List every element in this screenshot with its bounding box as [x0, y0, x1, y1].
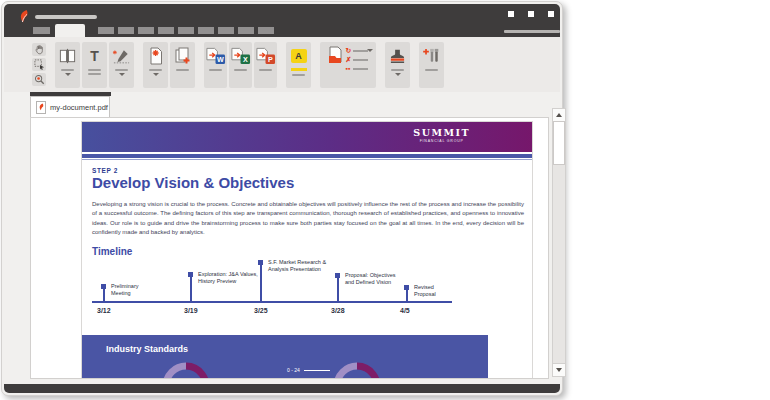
review-caret-icon — [367, 49, 373, 52]
content-area: my-document.pdf SUMMIT FINANCIAL GROUP S… — [4, 92, 560, 384]
svg-text:W: W — [217, 55, 224, 63]
svg-text:P: P — [268, 55, 273, 63]
illustration-canvas: T — [0, 0, 770, 400]
menu-item-placeholder[interactable] — [258, 27, 274, 34]
timeline-milestone-date: 3/19 — [184, 307, 198, 314]
sign-pen-icon — [112, 46, 131, 66]
up-arrow-icon — [556, 113, 562, 117]
document-tab[interactable]: my-document.pdf — [30, 96, 110, 117]
window-control-1[interactable] — [508, 11, 514, 17]
vertical-scrollbar[interactable] — [552, 108, 566, 377]
document-viewer: SUMMIT FINANCIAL GROUP STEP 2 Develop Vi… — [30, 117, 549, 379]
donut-chart-right — [333, 362, 381, 379]
edit-text-button[interactable]: T — [82, 42, 107, 88]
timeline-milestone-stem — [337, 273, 339, 301]
scrollbar-thumb[interactable] — [553, 121, 565, 165]
toolbar: T — [4, 37, 560, 92]
donut-chart-left — [162, 362, 210, 379]
pdf-file-icon — [36, 101, 46, 114]
view-edit-group: T — [55, 42, 134, 88]
timeline-milestone-date: 3/12 — [97, 307, 111, 314]
stamp-button[interactable] — [385, 42, 410, 88]
window-bottom-bar — [4, 384, 560, 393]
window-control-3[interactable] — [548, 11, 554, 17]
window-title-placeholder — [35, 15, 97, 19]
timeline-chart: PreliminaryMeeting 3/12 Exploration: J&A… — [92, 258, 464, 318]
export-excel-icon: X — [230, 46, 251, 66]
document-paragraph: Developing a strong vision is crucial to… — [92, 200, 524, 237]
menu-item-placeholder[interactable] — [238, 27, 254, 34]
combine-files-button[interactable] — [170, 42, 195, 88]
titlebar — [4, 4, 560, 37]
menu-item-placeholder[interactable] — [158, 27, 174, 34]
timeline-milestone-stem — [406, 285, 408, 301]
legend-line — [304, 370, 330, 371]
pdf-editor-window: T — [1, 1, 563, 396]
page-starburst-icon — [147, 46, 165, 66]
text-tool-icon: T — [90, 47, 99, 65]
facing-pages-icon — [58, 46, 77, 66]
menu-item-placeholder[interactable] — [138, 27, 154, 34]
tools-button[interactable] — [419, 42, 444, 88]
hand-icon — [34, 44, 45, 55]
menu-item-placeholder[interactable] — [198, 27, 214, 34]
timeline-milestone-label: Proposal: Objectivesand Defined Vision — [345, 272, 395, 286]
menu-item-placeholder[interactable] — [218, 27, 234, 34]
window-controls — [508, 11, 554, 17]
tools-group — [419, 42, 444, 88]
export-powerpoint-icon: P — [255, 46, 276, 66]
hand-tool-button[interactable] — [32, 43, 46, 56]
svg-text:X: X — [243, 55, 248, 63]
tool-column — [32, 43, 46, 86]
page-folder-icon — [328, 46, 344, 64]
timeline-milestone-date: 4/5 — [400, 307, 410, 314]
app-logo-flame-icon — [18, 9, 30, 28]
export-group: W X — [204, 42, 277, 88]
zoom-tool-button[interactable] — [32, 73, 46, 86]
export-excel-button[interactable]: X — [229, 42, 252, 88]
highlight-button[interactable]: A — [286, 42, 311, 88]
stamp-group — [385, 42, 410, 88]
active-menu-tab[interactable] — [55, 24, 85, 37]
timeline-axis — [92, 301, 452, 303]
header-stripe-thin — [82, 159, 532, 160]
legend-label: 0 - 24 — [287, 367, 300, 373]
marquee-select-icon — [34, 59, 45, 70]
down-arrow-icon — [556, 368, 562, 372]
highlight-bar — [291, 68, 307, 71]
menu-item-placeholder[interactable] — [178, 27, 194, 34]
step-label: STEP 2 — [92, 167, 118, 174]
pdf-page: SUMMIT FINANCIAL GROUP STEP 2 Develop Vi… — [81, 121, 533, 379]
magnifier-icon — [34, 74, 45, 85]
brand-name: SUMMIT — [413, 128, 470, 138]
timeline-milestone-label: Exploration: J&A Values,History Preview — [198, 271, 258, 285]
tools-icon — [423, 46, 440, 66]
highlight-group: A — [286, 42, 311, 88]
donut-legend: 0 - 24 — [287, 367, 330, 373]
create-group — [143, 42, 195, 88]
fill-sign-button[interactable] — [109, 42, 134, 88]
timeline-milestone-stem — [260, 260, 262, 301]
organize-review-button[interactable]: ↻ ✗ ▪▪ — [320, 42, 376, 88]
menu-item-placeholder[interactable] — [98, 27, 114, 34]
scroll-down-button[interactable] — [553, 363, 565, 376]
timeline-milestone-label: PreliminaryMeeting — [111, 283, 139, 297]
menu-right-placeholder — [504, 30, 560, 33]
export-powerpoint-button[interactable]: P — [254, 42, 277, 88]
timeline-milestone-stem — [190, 272, 192, 301]
header-stripe — [82, 154, 532, 158]
brand-tagline: FINANCIAL GROUP — [413, 139, 470, 143]
menu-item-placeholder[interactable] — [33, 27, 50, 34]
create-pdf-button[interactable] — [143, 42, 168, 88]
industry-standards-panel: Industry Standards 0 - 24 — [82, 335, 488, 379]
menu-item-placeholder[interactable] — [118, 27, 134, 34]
export-word-button[interactable]: W — [204, 42, 227, 88]
review-list-icon: ↻ ✗ ▪▪ — [346, 48, 369, 72]
select-tool-button[interactable] — [32, 58, 46, 71]
window-control-2[interactable] — [528, 11, 534, 17]
page-view-button[interactable] — [55, 42, 80, 88]
timeline-milestone-date: 3/25 — [254, 307, 268, 314]
document-tab-label: my-document.pdf — [50, 103, 108, 112]
document-title: Develop Vision & Objectives — [92, 174, 294, 191]
highlight-icon: A — [291, 49, 307, 63]
